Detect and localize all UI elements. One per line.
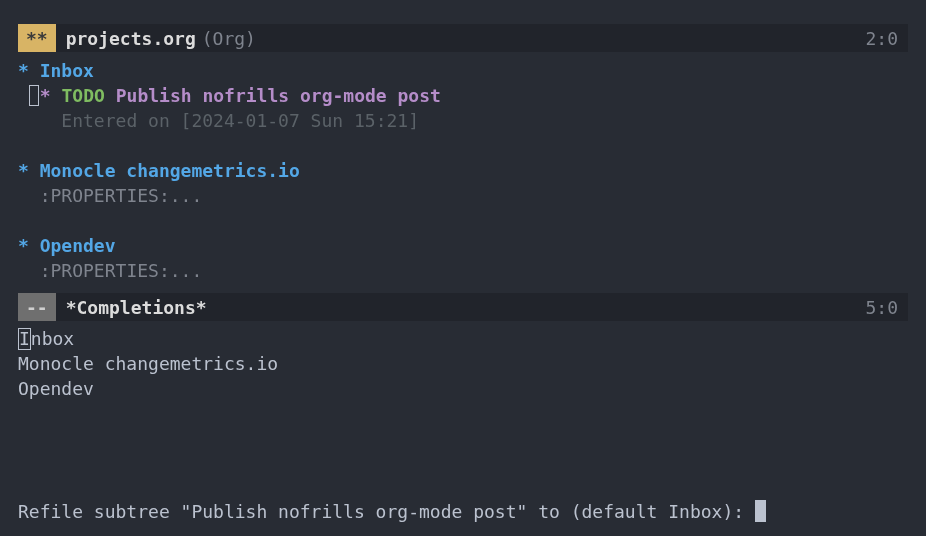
modeline-status: **: [18, 24, 56, 52]
completions-buffer[interactable]: Inbox Monocle changemetrics.io Opendev: [18, 321, 908, 401]
org-buffer[interactable]: * Inbox * TODO Publish nofrills org-mode…: [18, 52, 908, 283]
org-heading-inbox[interactable]: * Inbox: [18, 58, 908, 83]
modeline-major-mode: (Org): [202, 26, 256, 51]
modeline-position: 5:0: [865, 295, 908, 320]
modeline-completions: -- *Completions* 5:0: [18, 293, 908, 321]
org-entered-meta: Entered on [2024-01-07 Sun 15:21]: [18, 108, 908, 133]
org-todo-title: Publish nofrills org-mode post: [116, 85, 441, 106]
minibuffer-prompt: Refile subtree "Publish nofrills org-mod…: [18, 501, 755, 522]
org-todo-line[interactable]: * TODO Publish nofrills org-mode post: [18, 83, 908, 108]
minibuffer[interactable]: Refile subtree "Publish nofrills org-mod…: [18, 499, 908, 524]
modeline-status: --: [18, 293, 56, 321]
modeline-projects: ** projects.org (Org) 2:0: [18, 24, 908, 52]
completion-item-inbox[interactable]: Inbox: [18, 326, 908, 351]
completions-cursor: I: [18, 328, 31, 350]
org-drawer-opendev[interactable]: :PROPERTIES:...: [18, 258, 908, 283]
completion-item-monocle[interactable]: Monocle changemetrics.io: [18, 351, 908, 376]
modeline-buffer-name: projects.org: [66, 26, 196, 51]
org-drawer-monocle[interactable]: :PROPERTIES:...: [18, 183, 908, 208]
org-star: *: [40, 85, 51, 106]
modeline-position: 2:0: [865, 26, 908, 51]
point-cursor: [29, 85, 39, 106]
minibuffer-cursor: [755, 500, 766, 522]
todo-keyword: TODO: [62, 85, 105, 106]
org-heading-opendev[interactable]: * Opendev: [18, 233, 908, 258]
org-heading-monocle[interactable]: * Monocle changemetrics.io: [18, 158, 908, 183]
modeline-buffer-name: *Completions*: [66, 295, 207, 320]
completion-item-opendev[interactable]: Opendev: [18, 376, 908, 401]
